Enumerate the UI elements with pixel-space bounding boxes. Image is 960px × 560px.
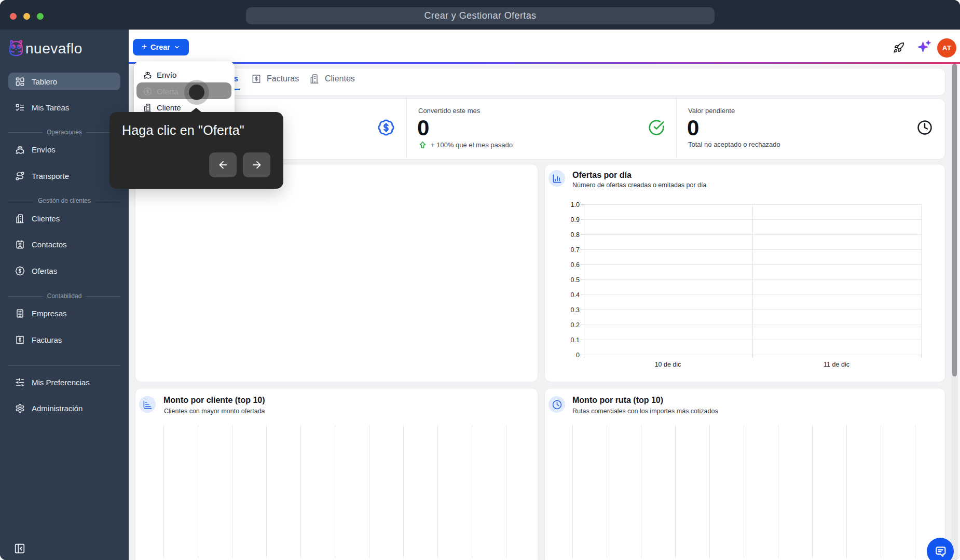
svg-text:0.1: 0.1 (571, 337, 580, 344)
svg-text:0.7: 0.7 (571, 246, 580, 254)
svg-text:0.2: 0.2 (571, 321, 580, 329)
svg-text:0.3: 0.3 (571, 306, 580, 314)
svg-text:0.5: 0.5 (571, 276, 580, 284)
svg-text:10 de dic: 10 de dic (655, 361, 681, 368)
svg-text:0.8: 0.8 (571, 231, 580, 239)
svg-text:11 de dic: 11 de dic (824, 361, 849, 368)
svg-text:0.4: 0.4 (571, 291, 580, 299)
svg-text:0: 0 (576, 352, 580, 359)
svg-text:1.0: 1.0 (571, 201, 580, 208)
svg-text:0.9: 0.9 (571, 216, 580, 223)
svg-text:0.6: 0.6 (571, 261, 580, 269)
